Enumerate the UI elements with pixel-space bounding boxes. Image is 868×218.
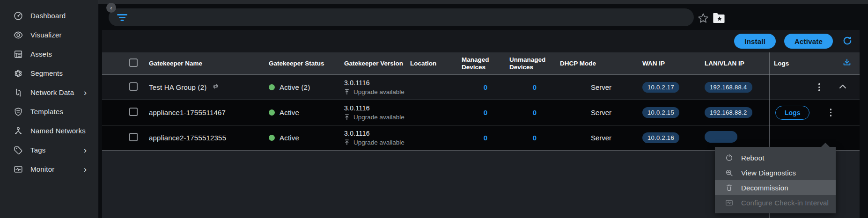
menu-item-reboot[interactable]: Reboot: [715, 150, 836, 165]
sidebar-item-segments[interactable]: Segments: [0, 64, 98, 83]
chevron-right-icon: ›: [84, 165, 87, 174]
row-actions-kebab-icon[interactable]: [816, 82, 823, 93]
menu-caret: [821, 143, 830, 147]
sidebar-item-label: Named Networks: [30, 127, 86, 135]
unmanaged-devices-count[interactable]: 0: [509, 134, 560, 142]
chevron-right-icon: ›: [84, 145, 87, 154]
wan-ip-badge: 10.0.2.15: [642, 107, 679, 118]
upgrade-icon: [344, 139, 350, 145]
logs-button[interactable]: Logs: [775, 106, 809, 120]
sidebar-item-assets[interactable]: Assets: [0, 44, 98, 64]
status-label: Active: [280, 134, 299, 142]
monitor-icon: [13, 164, 23, 174]
sidebar-item-label: Segments: [30, 69, 63, 77]
unmanaged-devices-count[interactable]: 0: [509, 83, 560, 91]
gatekeeper-management-screen: Dashboard Visualizer Assets Segments Net…: [0, 0, 868, 218]
menu-item-decommission[interactable]: Decommission: [715, 180, 836, 195]
column-header-managed-devices: Managed Devices: [462, 56, 509, 71]
sidebar-item-label: Tags: [30, 146, 46, 154]
install-button[interactable]: Install: [734, 34, 776, 49]
column-header-version: Gatekeeper Version: [344, 60, 410, 67]
gatekeeper-version: 3.0.1116: [344, 104, 410, 112]
upgrade-icon: [344, 89, 350, 95]
managed-devices-count[interactable]: 0: [462, 134, 509, 142]
sidebar-item-label: Monitor: [30, 165, 54, 173]
sidebar-item-label: Network Data: [30, 88, 74, 96]
sidebar-item-visualizer[interactable]: Visualizer: [0, 25, 98, 44]
sidebar-item-tags[interactable]: Tags ›: [0, 140, 98, 160]
managed-devices-count[interactable]: 0: [462, 83, 509, 91]
column-divider: [261, 52, 261, 218]
decommission-icon: [725, 183, 734, 192]
select-all-checkbox[interactable]: [129, 58, 138, 67]
sidebar-item-network-data[interactable]: Network Data ›: [0, 83, 98, 102]
status-active-dot: [269, 84, 275, 90]
sidebar-item-label: Dashboard: [30, 12, 66, 20]
wan-ip-badge: 10.0.2.17: [642, 82, 679, 93]
row-checkbox[interactable]: [129, 82, 138, 91]
sidebar: Dashboard Visualizer Assets Segments Net…: [0, 0, 98, 218]
unmanaged-devices-count[interactable]: 0: [509, 109, 560, 116]
column-header-name: Gatekeeper Name: [149, 60, 261, 67]
dhcp-mode-value: Server: [560, 134, 642, 142]
table-header-row: Gatekeeper Name Gatekeeper Status Gateke…: [102, 52, 860, 75]
gatekeeper-name: appliance2-1755512355: [149, 134, 226, 142]
column-header-unmanaged-devices: Unmanaged Devices: [509, 56, 560, 71]
sidebar-item-label: Visualizer: [30, 31, 62, 39]
lan-vlan-ip-badge: 192.168.88.4: [705, 82, 752, 93]
column-header-wan-ip: WAN IP: [642, 60, 705, 67]
dashboard-icon: [13, 11, 23, 21]
dhcp-mode-value: Server: [560, 83, 642, 91]
upgrade-note: Upgrade available: [353, 88, 405, 95]
reboot-icon: [725, 153, 734, 162]
lan-vlan-ip-badge: [705, 131, 737, 143]
row-checkbox[interactable]: [129, 108, 138, 116]
sidebar-item-named-networks[interactable]: Named Networks: [0, 121, 98, 140]
column-header-dhcp-mode: DHCP Mode: [560, 60, 642, 67]
sidebar-item-label: Templates: [30, 108, 63, 116]
activate-button[interactable]: Activate: [784, 34, 833, 49]
column-header-status: Gatekeeper Status: [261, 60, 344, 67]
managed-devices-count[interactable]: 0: [462, 109, 509, 116]
column-header-logs: Logs: [774, 60, 789, 67]
tags-icon: [13, 145, 23, 155]
gatekeeper-name: appliance1-1755511467: [149, 109, 226, 116]
assets-icon: [13, 49, 23, 59]
gatekeeper-version: 3.0.1116: [344, 130, 410, 137]
network-data-icon: [13, 87, 23, 98]
table-row[interactable]: appliance1-1755511467 Active 3.0.1116 Up…: [102, 100, 860, 125]
menu-item-configure-check-in-interval[interactable]: Configure Check-in Interval: [715, 195, 836, 210]
view-diagnostics-icon: [725, 168, 734, 177]
lan-vlan-ip-badge: 192.168.88.2: [705, 107, 752, 118]
segments-icon: [13, 68, 23, 79]
favorite-star-icon[interactable]: [697, 12, 709, 24]
row-checkbox[interactable]: [129, 133, 138, 141]
upgrade-note: Upgrade available: [353, 114, 405, 121]
sidebar-item-monitor[interactable]: Monitor ›: [0, 160, 98, 179]
status-active-dot: [269, 109, 275, 116]
search-input[interactable]: [133, 8, 694, 26]
sidebar-item-templates[interactable]: Templates: [0, 102, 98, 121]
wan-ip-badge: 10.0.2.16: [642, 132, 679, 143]
row-actions-kebab-icon[interactable]: [827, 108, 834, 118]
top-strip: [98, 0, 868, 4]
sidebar-collapse-button[interactable]: ‹: [106, 3, 116, 13]
refresh-icon[interactable]: [841, 35, 853, 47]
chevron-right-icon: ›: [84, 88, 87, 97]
table-row[interactable]: Test HA Group (2) Active (2) 3.0.1116 Up…: [102, 75, 860, 100]
gatekeeper-name: Test HA Group (2): [149, 83, 206, 91]
visualizer-icon: [13, 30, 23, 40]
upgrade-note: Upgrade available: [353, 139, 405, 146]
collapse-group-chevron-icon[interactable]: [838, 83, 847, 92]
sidebar-item-dashboard[interactable]: Dashboard: [0, 6, 98, 25]
dhcp-mode-value: Server: [560, 109, 642, 116]
check-in-interval-icon: [725, 198, 734, 207]
status-label: Active (2): [280, 83, 310, 91]
column-header-location: Location: [410, 60, 462, 67]
upgrade-icon: [344, 114, 350, 120]
download-logs-icon[interactable]: [842, 58, 852, 69]
filter-icon: [117, 14, 128, 21]
menu-item-view-diagnostics[interactable]: View Diagnostics: [715, 165, 836, 180]
filter-search-bar[interactable]: [109, 8, 694, 26]
saved-filters-folder-icon[interactable]: [712, 12, 726, 24]
